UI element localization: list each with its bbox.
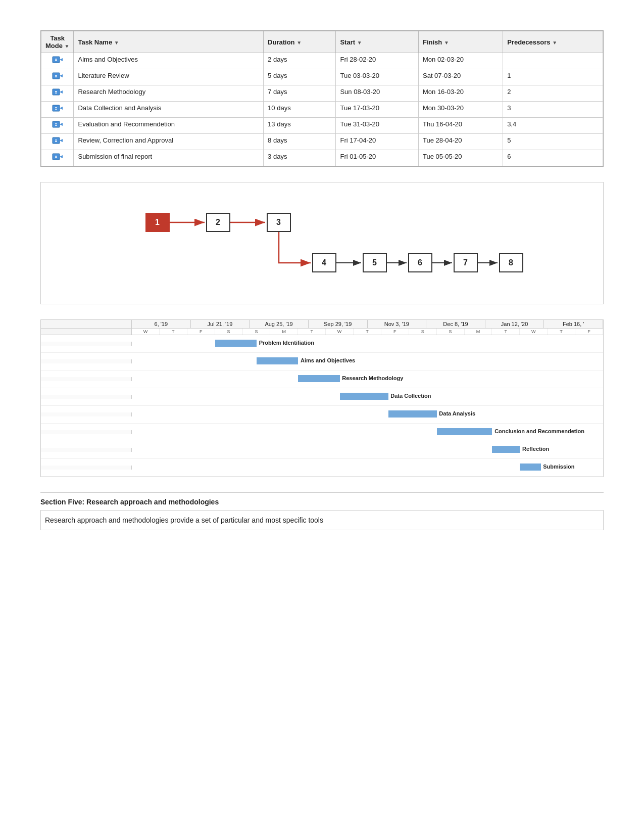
- gantt-day-cell: M: [270, 329, 298, 335]
- gantt-bar-area: Research Methodology: [132, 370, 603, 388]
- gantt-day-cell: S: [215, 329, 243, 335]
- table-row: Aims and Objectives2 daysFri 28-02-20Mon…: [41, 53, 603, 69]
- duration-cell: 13 days: [264, 118, 336, 134]
- section-five-title: Section Five: Research approach and meth…: [40, 498, 604, 506]
- gantt-task-label: [41, 395, 132, 399]
- gantt-task-row: Reflection: [41, 441, 603, 459]
- predecessors-cell: 6: [503, 150, 603, 166]
- svg-marker-13: [60, 107, 63, 110]
- gantt-day-cell: W: [326, 329, 354, 335]
- gantt-months-row: 6, '19Jul 21, '19Aug 25, '19Sep 29, '19N…: [132, 320, 603, 328]
- task-name-cell: Submission of final report: [74, 150, 264, 166]
- network-node-7: 7: [454, 253, 478, 272]
- finish-cell: Tue 28-04-20: [418, 134, 503, 150]
- svg-marker-9: [60, 90, 63, 94]
- gantt-day-cell: T: [492, 329, 520, 335]
- gantt-task-label: [41, 430, 132, 434]
- gantt-bar-area: Submission: [132, 459, 603, 476]
- svg-marker-25: [60, 155, 63, 158]
- col-task-mode: TaskMode ▼: [41, 31, 74, 53]
- duration-cell: 7 days: [264, 85, 336, 102]
- network-node-4: 4: [312, 253, 336, 272]
- gantt-bar-label-text: Problem Identifiation: [259, 340, 314, 346]
- gantt-day-cell: S: [409, 329, 437, 335]
- finish-cell: Thu 16-04-20: [418, 118, 503, 134]
- gantt-bar-area: Data Analysis: [132, 406, 603, 423]
- svg-rect-0: [53, 57, 60, 63]
- task-name-cell: Review, Correction and Approval: [74, 134, 264, 150]
- gantt-day-cell: T: [160, 329, 187, 335]
- gantt-task-label: [41, 359, 132, 363]
- gantt-bar-label-text: Submission: [543, 464, 574, 470]
- gantt-month-header: 6, '19Jul 21, '19Aug 25, '19Sep 29, '19N…: [41, 320, 603, 329]
- gantt-month-cell: Sep 29, '19: [309, 320, 368, 328]
- gantt-bar-label-text: Reflection: [522, 446, 549, 452]
- gantt-bar-area: Problem Identifiation: [132, 335, 603, 352]
- svg-rect-4: [53, 73, 60, 79]
- finish-cell: Mon 16-03-20: [418, 85, 503, 102]
- network-node-8: 8: [499, 253, 523, 272]
- gantt-day-cell: M: [465, 329, 492, 335]
- table-row: Review, Correction and Approval8 daysFri…: [41, 134, 603, 150]
- gantt-task-label: [41, 466, 132, 470]
- network-diagram-section: 1 2 3 4 5 6 7 8: [40, 182, 604, 304]
- network-node-3: 3: [267, 213, 291, 232]
- gantt-bar-area: Reflection: [132, 441, 603, 458]
- gantt-month-cell: Dec 8, '19: [426, 320, 485, 328]
- svg-rect-20: [53, 137, 60, 144]
- duration-cell: 5 days: [264, 69, 336, 85]
- table-row: Data Collection and Analysis10 daysTue 1…: [41, 102, 603, 118]
- gantt-days-header: WTFSSMTWTFSSMTWTF: [41, 329, 603, 335]
- gantt-task-row: Research Methodology: [41, 370, 603, 388]
- col-duration: Duration ▼: [264, 31, 336, 53]
- gantt-bar-area: Aims and Objectives: [132, 353, 603, 370]
- network-node-5: 5: [363, 253, 387, 272]
- gantt-bar-label-text: Data Analysis: [439, 410, 475, 416]
- duration-cell: 2 days: [264, 53, 336, 69]
- gantt-bar: [298, 375, 339, 382]
- task-mode-icon-cell: [41, 150, 74, 166]
- svg-marker-5: [60, 74, 63, 77]
- svg-marker-1: [60, 58, 63, 61]
- task-table: TaskMode ▼ Task Name ▼ Duration ▼ Start …: [40, 30, 604, 167]
- svg-rect-12: [53, 105, 60, 111]
- gantt-bar-label-text: Aims and Objectives: [301, 357, 355, 363]
- start-cell: Fri 17-04-20: [336, 134, 419, 150]
- duration-cell: 10 days: [264, 102, 336, 118]
- gantt-bar-label-text: Research Methodology: [342, 375, 403, 381]
- finish-cell: Mon 30-03-20: [418, 102, 503, 118]
- gantt-month-cell: Jul 21, '19: [191, 320, 250, 328]
- gantt-bar-label-text: Data Collection: [390, 393, 431, 399]
- gantt-days-row-cells: WTFSSMTWTFSSMTWTF: [132, 329, 603, 335]
- gantt-month-cell: 6, '19: [132, 320, 191, 328]
- gantt-bars-body: Problem IdentifiationAims and Objectives…: [41, 335, 603, 477]
- predecessors-cell: [503, 53, 603, 69]
- gantt-task-label: [41, 412, 132, 416]
- network-node-1: 1: [145, 213, 170, 232]
- predecessors-cell: 2: [503, 85, 603, 102]
- finish-cell: Mon 02-03-20: [418, 53, 503, 69]
- table-row: Submission of final report3 daysFri 01-0…: [41, 150, 603, 166]
- task-name-cell: Aims and Objectives: [74, 53, 264, 69]
- gantt-task-row: Data Analysis: [41, 406, 603, 424]
- gantt-bar: [388, 410, 437, 418]
- col-start: Start ▼: [336, 31, 419, 53]
- finish-cell: Tue 05-05-20: [418, 150, 503, 166]
- gantt-day-cell: T: [354, 329, 381, 335]
- gantt-month-cell: Jan 12, '20: [485, 320, 544, 328]
- predecessors-cell: 5: [503, 134, 603, 150]
- col-task-name: Task Name ▼: [74, 31, 264, 53]
- gantt-month-cell: Feb 16, ': [544, 320, 603, 328]
- gantt-day-cell: W: [132, 329, 160, 335]
- gantt-day-cell: F: [187, 329, 215, 335]
- table-row: Literature Review5 daysTue 03-03-20Sat 0…: [41, 69, 603, 85]
- predecessors-cell: 3,4: [503, 118, 603, 134]
- gantt-task-label: [41, 377, 132, 381]
- section-five-text: Research approach and methodologies prov…: [40, 510, 604, 530]
- start-cell: Tue 03-03-20: [336, 69, 419, 85]
- gantt-day-cell: S: [437, 329, 465, 335]
- start-cell: Fri 01-05-20: [336, 150, 419, 166]
- gantt-task-row: Submission: [41, 459, 603, 477]
- gantt-day-cell: F: [575, 329, 603, 335]
- gantt-bar: [492, 446, 520, 453]
